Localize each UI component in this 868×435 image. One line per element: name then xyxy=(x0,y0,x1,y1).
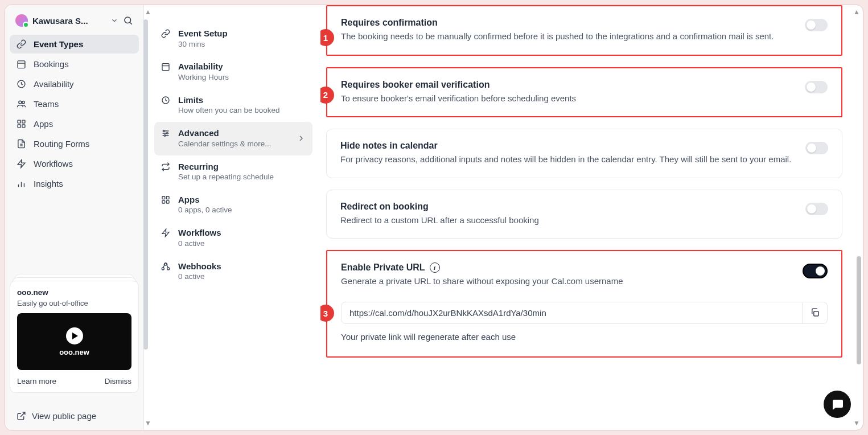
sec-item-apps[interactable]: Apps 0 apps, 0 active xyxy=(154,188,312,221)
sec-item-recurring[interactable]: Recurring Set up a repeating schedule xyxy=(154,155,312,188)
sec-sub: 0 active xyxy=(178,272,221,282)
toggle-requires-confirmation[interactable] xyxy=(805,19,828,31)
webhook-icon xyxy=(161,262,171,271)
sidebar-item-label: Event Types xyxy=(34,39,83,49)
sidebar-item-insights[interactable]: Insights xyxy=(10,174,139,193)
promo-video[interactable]: ooo.new xyxy=(17,313,131,370)
sidebar-item-routing-forms[interactable]: Routing Forms xyxy=(10,134,139,153)
link-icon xyxy=(161,29,171,38)
promo-card: ooo.new Easily go out-of-office ooo.new … xyxy=(10,281,139,393)
chat-icon xyxy=(830,397,844,411)
scrollbar-thumb[interactable] xyxy=(857,256,861,364)
svg-rect-9 xyxy=(18,125,20,128)
svg-rect-28 xyxy=(166,196,169,199)
calendar-icon xyxy=(17,59,27,69)
scroll-arrow-down-icon[interactable]: ▼ xyxy=(853,419,860,427)
sidebar-item-availability[interactable]: Availability xyxy=(10,75,139,93)
svg-point-24 xyxy=(163,130,165,132)
sec-item-limits[interactable]: Limits How often you can be booked xyxy=(154,89,312,122)
card-redirect: Redirect on booking Redirect to a custom… xyxy=(326,190,842,239)
sec-item-webhooks[interactable]: Webhooks 0 active xyxy=(154,255,312,288)
private-url-input[interactable] xyxy=(341,302,803,324)
svg-point-25 xyxy=(166,133,168,134)
sidebar-item-label: Apps xyxy=(34,119,53,129)
scrollbar-thumb[interactable] xyxy=(143,19,148,350)
sidebar-item-label: Routing Forms xyxy=(34,139,89,149)
file-icon xyxy=(17,139,27,149)
copy-button[interactable] xyxy=(803,302,828,324)
sliders-icon xyxy=(161,129,171,138)
sec-sub: 0 active xyxy=(178,239,221,249)
card-desc: Redirect to a custom URL after a success… xyxy=(340,214,796,227)
sec-title: Workflows xyxy=(178,227,221,239)
link-icon xyxy=(17,39,27,49)
sec-sub: How often you can be booked xyxy=(178,105,280,116)
card-title: Requires booker email verification xyxy=(341,80,796,90)
sidebar-item-event-types[interactable]: Event Types xyxy=(10,35,139,54)
private-url-note: Your private link will regenerate after … xyxy=(341,332,828,342)
svg-rect-29 xyxy=(162,200,165,203)
sidebar-item-label: Teams xyxy=(34,99,59,109)
svg-point-33 xyxy=(167,268,170,270)
svg-point-5 xyxy=(19,101,22,104)
card-title: Redirect on booking xyxy=(340,202,796,212)
avatar xyxy=(15,14,28,27)
learn-more-link[interactable]: Learn more xyxy=(17,377,56,385)
svg-rect-35 xyxy=(813,311,818,316)
chat-launcher[interactable] xyxy=(824,391,851,418)
sec-title: Apps xyxy=(178,194,232,206)
sec-title: Webhooks xyxy=(178,261,221,272)
sec-item-advanced[interactable]: Advanced Calendar settings & more... xyxy=(154,122,312,155)
sidebar-item-apps[interactable]: Apps xyxy=(10,114,139,133)
grid-icon xyxy=(17,119,27,129)
card-title: Enable Private URL i xyxy=(341,262,793,273)
primary-nav: Event Types Bookings Availability Teams … xyxy=(10,35,139,193)
sidebar-item-label: Bookings xyxy=(34,59,69,69)
grid-icon xyxy=(161,195,171,204)
scroll-arrow-up-icon[interactable]: ▲ xyxy=(853,8,860,16)
search-icon[interactable] xyxy=(123,15,133,26)
sidebar-item-bookings[interactable]: Bookings xyxy=(10,55,139,73)
copy-icon xyxy=(810,307,820,318)
scroll-arrow-down-icon[interactable]: ▼ xyxy=(145,419,151,427)
sec-sub: Set up a repeating schedule xyxy=(178,172,274,183)
svg-rect-8 xyxy=(22,120,25,123)
svg-rect-27 xyxy=(162,196,165,199)
card-desc: Generate a private URL to share without … xyxy=(341,275,793,288)
scroll-arrow-up-icon[interactable]: ▲ xyxy=(145,8,151,16)
card-requires-confirmation: Requires confirmation The booking needs … xyxy=(326,5,842,56)
repeat-icon xyxy=(161,162,171,171)
sec-item-workflows[interactable]: Workflows 0 active xyxy=(154,221,312,255)
svg-line-17 xyxy=(20,412,25,417)
event-settings-nav: Event Setup 30 mins Availability Working… xyxy=(144,5,320,430)
sec-sub: Working Hours xyxy=(178,72,229,83)
calendar-icon xyxy=(161,62,171,71)
sidebar-item-label: Workflows xyxy=(34,159,73,169)
sec-item-setup[interactable]: Event Setup 30 mins xyxy=(154,22,312,55)
zap-icon xyxy=(161,228,171,237)
account-switcher[interactable]: Kawusara S... xyxy=(10,11,139,35)
play-icon xyxy=(66,327,83,344)
public-page-label: View public page xyxy=(32,411,96,421)
zap-icon xyxy=(17,159,27,169)
sec-item-availability[interactable]: Availability Working Hours xyxy=(154,55,312,88)
svg-rect-2 xyxy=(18,61,25,68)
card-desc: To ensure booker's email verification be… xyxy=(341,92,796,105)
view-public-page-link[interactable]: View public page xyxy=(10,403,139,424)
card-title: Hide notes in calendar xyxy=(340,141,796,151)
sidebar-item-workflows[interactable]: Workflows xyxy=(10,154,139,173)
toggle-requires-verification[interactable] xyxy=(805,81,828,93)
info-icon[interactable]: i xyxy=(430,262,440,273)
toggle-hide-notes[interactable] xyxy=(805,142,828,154)
svg-point-0 xyxy=(125,17,131,23)
chevron-right-icon xyxy=(297,134,306,143)
sidebar-item-teams[interactable]: Teams xyxy=(10,95,139,113)
svg-rect-30 xyxy=(166,200,169,203)
promo-desc: Easily go out-of-office xyxy=(17,299,131,307)
sec-title: Availability xyxy=(178,61,229,72)
dismiss-link[interactable]: Dismiss xyxy=(105,377,131,385)
svg-point-34 xyxy=(164,263,167,265)
toggle-redirect[interactable] xyxy=(805,203,828,215)
toggle-private-url[interactable] xyxy=(803,264,828,278)
svg-marker-31 xyxy=(162,229,169,237)
